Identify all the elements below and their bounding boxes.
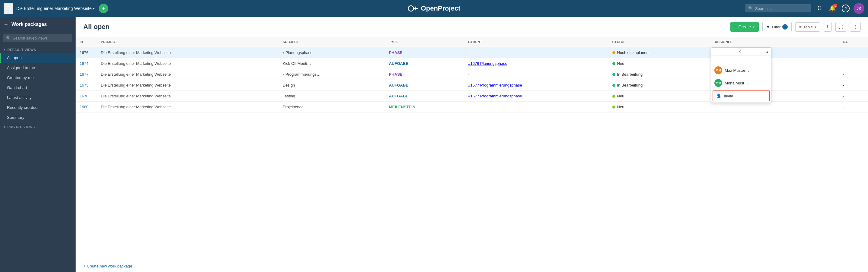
col-header-status[interactable]: STATUS (609, 37, 711, 47)
more-options-button[interactable]: ⋮ (850, 22, 861, 32)
cell-parent: #1677 Programmierungsphase (464, 80, 609, 91)
sidebar-header: ← Work packages (0, 17, 75, 31)
sidebar-item-recently-created[interactable]: Recently created (0, 103, 75, 112)
cell-project: Die Erstellung einer Marketing Webseite (97, 91, 279, 102)
dropdown-expand-icon[interactable]: ▲ (766, 50, 769, 54)
cell-id: 1676 (76, 47, 97, 58)
status-dot-icon (612, 73, 615, 76)
cell-project: Die Erstellung einer Marketing Webseite (97, 102, 279, 112)
cell-cat: - (839, 102, 868, 112)
sidebar-search-box[interactable]: 🔍 (3, 34, 72, 42)
cell-assignee: - (711, 102, 839, 112)
more-icon: ⋮ (853, 25, 858, 29)
dropdown-option-mona[interactable]: MM Mona Must… (711, 77, 771, 89)
notification-badge: 1 (833, 4, 837, 8)
dropdown-close-icon[interactable]: ✕ (738, 49, 741, 54)
col-header-project[interactable]: PROJECT ↕ (97, 37, 279, 47)
assignee-dropdown-header: ✕ ▲ (711, 48, 771, 56)
cell-subject: Design (279, 80, 385, 91)
default-views-chevron-icon: ▾ (4, 48, 6, 52)
create-dropdown-icon: ▾ (753, 25, 754, 29)
cell-project: Die Erstellung einer Marketing Webseite (97, 47, 279, 58)
sidebar-search-icon: 🔍 (6, 36, 11, 40)
sidebar-item-summary[interactable]: Summary (0, 112, 75, 123)
app-logo: OpenProject (408, 4, 461, 12)
cell-type: PHASE (385, 69, 465, 80)
table-view-button[interactable]: ≡ Table ▾ (795, 22, 820, 32)
cell-status: Neu (609, 91, 711, 102)
sidebar: ← Work packages 🔍 ▾ DEFAULT VIEWS All op… (0, 17, 75, 272)
content-area: All open + Create ▾ ▼ Filter 1 ≡ Table ▾… (76, 17, 868, 272)
dropdown-option-dash[interactable]: - (711, 56, 771, 64)
filter-button[interactable]: ▼ Filter 1 (763, 22, 792, 32)
work-packages-table-container: ID ↑ PROJECT ↕ SUBJECT TYPE (76, 37, 868, 260)
col-header-parent[interactable]: PARENT (464, 37, 609, 47)
global-search-input[interactable] (755, 6, 808, 11)
status-dot-icon (612, 51, 615, 54)
fullscreen-button[interactable]: ⛶ (835, 22, 846, 32)
user-avatar[interactable]: JK (854, 3, 864, 14)
cell-subject: Kick Off Meeti… (279, 58, 385, 69)
col-header-subject[interactable]: SUBJECT (279, 37, 385, 47)
sidebar-back-button[interactable]: ← (4, 22, 8, 27)
cell-parent: #1677 Programmierungsphase (464, 91, 609, 102)
dropdown-option-max[interactable]: MM Max Muster… (711, 64, 771, 77)
cell-type: AUFGABE (385, 58, 465, 69)
global-search-box[interactable]: 🔍 (745, 4, 811, 12)
create-new-work-package-link[interactable]: + Create new work package (83, 264, 861, 268)
grid-apps-button[interactable]: ⠿ (814, 3, 825, 14)
sidebar-search-input[interactable] (13, 36, 69, 40)
sidebar-item-assigned-to-me[interactable]: Assigned to me (0, 63, 75, 73)
cell-cat: - (839, 80, 868, 91)
invite-option[interactable]: 👤 Invite (713, 91, 770, 101)
cell-cat: - (839, 58, 868, 69)
cell-id: 1674 (76, 58, 97, 69)
help-button[interactable]: ? (840, 3, 851, 14)
cell-type: AUFGABE (385, 91, 465, 102)
create-button[interactable]: + Create ▾ (731, 22, 758, 32)
col-header-id[interactable]: ID ↑ (76, 37, 97, 47)
cell-parent: - (464, 47, 609, 58)
project-name-selector[interactable]: Die Erstellung einer Marketing Webseite … (16, 6, 94, 11)
plus-icon: + (83, 264, 86, 268)
filter-count-badge: 1 (782, 24, 788, 30)
cell-status: In Bearbeitung (609, 69, 711, 80)
default-views-section-header[interactable]: ▾ DEFAULT VIEWS (0, 45, 75, 53)
sidebar-item-created-by-me[interactable]: Created by me (0, 73, 75, 82)
sidebar-item-all-open[interactable]: All open (0, 53, 75, 63)
menu-icon[interactable]: ☰ (4, 3, 13, 14)
col-header-cat[interactable]: CA (839, 37, 868, 47)
header-right-area: 🔍 ⠿ 🔔 1 ? JK (745, 3, 864, 14)
col-header-type[interactable]: TYPE (385, 37, 465, 47)
cell-project: Die Erstellung einer Marketing Webseite (97, 80, 279, 91)
cell-assignee[interactable]: ✕ ▲ - MM Max Muster… MM Mo (711, 47, 839, 58)
project-sort-icon: ↕ (118, 40, 120, 44)
col-header-assignee[interactable]: ASSIGNEE (711, 37, 839, 47)
private-views-chevron-icon: ▾ (4, 125, 6, 129)
project-chevron-icon: ▾ (93, 7, 94, 10)
status-dot-icon (612, 95, 615, 98)
cell-id: 1677 (76, 69, 97, 80)
expand-icon: ▾ (283, 51, 284, 54)
table-row[interactable]: 1680 Die Erstellung einer Marketing Webs… (76, 102, 868, 112)
cell-id: 1680 (76, 102, 97, 112)
cell-id: 1675 (76, 80, 97, 91)
private-views-section-header[interactable]: ▾ PRIVATE VIEWS (0, 123, 75, 130)
sidebar-item-latest-activity[interactable]: Latest activity (0, 93, 75, 103)
cell-type: MEILENSTEIN (385, 102, 465, 112)
status-dot-icon (612, 62, 615, 65)
sidebar-item-gantt-chart[interactable]: Gantt chart (0, 82, 75, 93)
header-add-button[interactable]: + (99, 4, 108, 13)
table-row[interactable]: 1676 Die Erstellung einer Marketing Webs… (76, 47, 868, 58)
cell-status: Neu (609, 58, 711, 69)
search-icon: 🔍 (748, 6, 753, 11)
work-packages-table: ID ↑ PROJECT ↕ SUBJECT TYPE (76, 37, 868, 112)
help-icon: ? (842, 4, 849, 12)
cell-type: PHASE (385, 47, 465, 58)
cell-subject: Projektende (279, 102, 385, 112)
cell-subject: ▾ Programmierungs… (279, 69, 385, 80)
info-button[interactable]: ℹ (824, 22, 832, 32)
notifications-button[interactable]: 🔔 1 (827, 3, 838, 14)
assignee-dropdown: ✕ ▲ - MM Max Muster… MM Mo (711, 47, 771, 103)
filter-icon: ▼ (766, 25, 770, 29)
